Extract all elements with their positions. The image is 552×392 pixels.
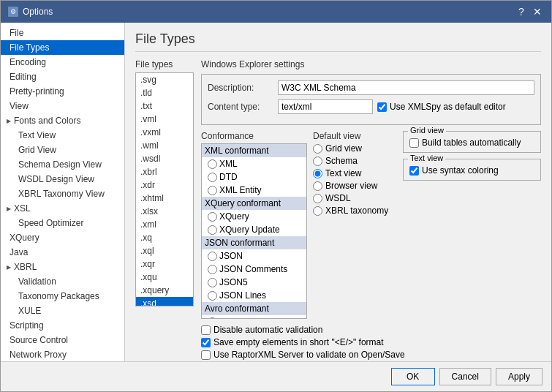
dv-wsdl[interactable]: WSDL: [313, 193, 397, 203]
file-item-xlsx[interactable]: .xlsx: [136, 205, 193, 218]
sidebar-group-xsl[interactable]: ▶ XSL: [1, 201, 124, 216]
dv-text[interactable]: Text view: [313, 168, 397, 178]
file-list[interactable]: .svg .tld .txt .vml .vxml .wml .wsdl .xb…: [135, 72, 194, 306]
conformance-list[interactable]: XML conformant XML DTD XML Entity XQuery…: [201, 143, 307, 319]
syntax-coloring-label[interactable]: Use syntax coloring: [422, 165, 499, 176]
build-tables-label[interactable]: Build tables automatically: [422, 137, 521, 148]
two-col-layout: File types .svg .tld .txt .vml .vxml .wm…: [135, 59, 541, 361]
content-type-input[interactable]: [278, 99, 373, 114]
file-item-xhtml[interactable]: .xhtml: [136, 192, 193, 205]
file-item-vxml[interactable]: .vxml: [136, 126, 193, 139]
ok-button[interactable]: OK: [391, 368, 435, 385]
conf-group-avro[interactable]: Avro conformant: [202, 302, 306, 315]
sidebar-item-fonts-colors-label: Fonts and Colors: [14, 116, 80, 126]
sidebar-item-encoding[interactable]: Encoding: [1, 55, 124, 69]
content-type-row: Content type: Use XMLSpy as default edit…: [208, 99, 534, 114]
file-item-xdr[interactable]: .xdr: [136, 178, 193, 192]
conf-radio-xml[interactable]: XML: [202, 157, 306, 170]
sidebar-item-network-proxy[interactable]: Network Proxy: [1, 347, 124, 361]
syntax-coloring-row: Use syntax coloring: [409, 165, 534, 176]
raptor-label[interactable]: Use RaptorXML Server to validate on Open…: [213, 350, 405, 360]
dv-browser[interactable]: Browser view: [313, 181, 397, 191]
file-item-xsd[interactable]: .xsd: [136, 297, 193, 306]
text-view-box: Text view Use syntax coloring: [403, 159, 541, 181]
file-item-wml[interactable]: .wml: [136, 139, 193, 152]
sidebar-item-source-control[interactable]: Source Control: [1, 333, 124, 347]
file-item-xquery[interactable]: .xquery: [136, 284, 193, 297]
sidebar-item-file-types[interactable]: File Types: [1, 40, 124, 55]
conf-radio-xquery-update[interactable]: XQuery Update: [202, 223, 306, 236]
sidebar-item-text-view[interactable]: Text View: [1, 128, 124, 143]
save-empty-label[interactable]: Save empty elements in short "<E/>" form…: [213, 337, 384, 347]
conf-radio-json5[interactable]: JSON5: [202, 276, 306, 289]
sidebar-item-scripting[interactable]: Scripting: [1, 318, 124, 333]
conformance-title: Conformance: [201, 131, 307, 141]
apply-button[interactable]: Apply: [496, 368, 542, 385]
conf-group-json[interactable]: JSON conformant: [202, 236, 306, 249]
description-input[interactable]: [278, 80, 534, 95]
conf-radio-json-comments[interactable]: JSON Comments: [202, 263, 306, 276]
file-item-xqu[interactable]: .xqu: [136, 271, 193, 284]
sidebar-item-xule[interactable]: XULE: [1, 304, 124, 318]
app-icon: ⚙: [8, 7, 18, 17]
file-item-svg[interactable]: .svg: [136, 73, 193, 86]
sidebar-item-view[interactable]: View: [1, 99, 124, 113]
dv-schema[interactable]: Schema: [313, 156, 397, 166]
conf-group-xml[interactable]: XML conformant: [202, 144, 306, 157]
sidebar-item-xquery[interactable]: XQuery: [1, 230, 124, 245]
file-item-xq[interactable]: .xq: [136, 231, 193, 244]
conf-radio-avro-schema[interactable]: Avro Schema: [202, 315, 306, 319]
xmlspy-checkbox[interactable]: [377, 102, 387, 112]
dv-xbrl[interactable]: XBRL taxonomy: [313, 206, 397, 216]
save-empty-checkbox[interactable]: [201, 338, 211, 347]
syntax-coloring-checkbox[interactable]: [409, 166, 419, 176]
conf-radio-xquery[interactable]: XQuery: [202, 210, 306, 223]
expand-icon: ▶: [7, 118, 11, 124]
xmlspy-checkbox-row: Use XMLSpy as default editor: [377, 102, 506, 112]
sidebar-item-java[interactable]: Java: [1, 245, 124, 260]
window-title: Options: [23, 7, 53, 17]
sidebar-item-pretty-printing[interactable]: Pretty-printing: [1, 84, 124, 99]
sidebar-group-xbrl[interactable]: ▶ XBRL: [1, 260, 124, 274]
sidebar-item-editing[interactable]: Editing: [1, 69, 124, 84]
save-empty-row: Save empty elements in short "<E/>" form…: [201, 337, 541, 347]
disable-auto-label[interactable]: Disable automatic validation: [213, 325, 322, 335]
file-item-wsdl[interactable]: .wsdl: [136, 152, 193, 165]
conf-radio-json-lines[interactable]: JSON Lines: [202, 289, 306, 302]
sidebar-item-schema-design[interactable]: Schema Design View: [1, 157, 124, 172]
sidebar-item-file[interactable]: File: [1, 26, 124, 40]
disable-auto-checkbox[interactable]: [201, 325, 211, 335]
conf-radio-dtd[interactable]: DTD: [202, 170, 306, 184]
file-item-xql[interactable]: .xql: [136, 244, 193, 257]
grid-view-box: Grid view Build tables automatically: [403, 131, 541, 153]
dv-grid[interactable]: Grid view: [313, 143, 397, 154]
cancel-button[interactable]: Cancel: [439, 368, 491, 385]
conf-radio-json[interactable]: JSON: [202, 249, 306, 263]
file-item-xbrl[interactable]: .xbrl: [136, 165, 193, 178]
xmlspy-label[interactable]: Use XMLSpy as default editor: [390, 102, 506, 112]
conf-radio-xml-entity[interactable]: XML Entity: [202, 184, 306, 197]
raptor-checkbox[interactable]: [201, 350, 211, 360]
file-item-xqr[interactable]: .xqr: [136, 257, 193, 271]
sidebar-group-fonts-colors[interactable]: ▶ Fonts and Colors: [1, 113, 124, 128]
file-item-tld[interactable]: .tld: [136, 86, 193, 99]
sidebar-item-validation[interactable]: Validation: [1, 274, 124, 289]
file-item-xml[interactable]: .xml: [136, 218, 193, 231]
file-item-txt[interactable]: .txt: [136, 99, 193, 113]
help-button[interactable]: ?: [515, 5, 528, 18]
sidebar-item-grid-view[interactable]: Grid View: [1, 143, 124, 157]
conf-group-xquery[interactable]: XQuery conformant: [202, 197, 306, 210]
sidebar-item-xbrl-label: XBRL: [14, 262, 37, 272]
windows-explorer-section-label: Windows Explorer settings: [201, 59, 541, 69]
build-tables-checkbox[interactable]: [409, 138, 419, 148]
sidebar-item-speed-optimizer[interactable]: Speed Optimizer: [1, 216, 124, 230]
panel-title: File Types: [135, 31, 541, 52]
close-button[interactable]: ✕: [531, 5, 544, 18]
file-types-panel: File types .svg .tld .txt .vml .vxml .wm…: [135, 59, 194, 361]
content-type-label: Content type:: [208, 102, 273, 112]
sidebar-item-wsdl-design[interactable]: WSDL Design View: [1, 172, 124, 186]
sidebar-item-taxonomy-packages[interactable]: Taxonomy Packages: [1, 289, 124, 304]
file-item-vml[interactable]: .vml: [136, 113, 193, 126]
sidebar-item-xbrl-taxonomy-view[interactable]: XBRL Taxonomy View: [1, 186, 124, 201]
build-tables-row: Build tables automatically: [409, 137, 534, 148]
